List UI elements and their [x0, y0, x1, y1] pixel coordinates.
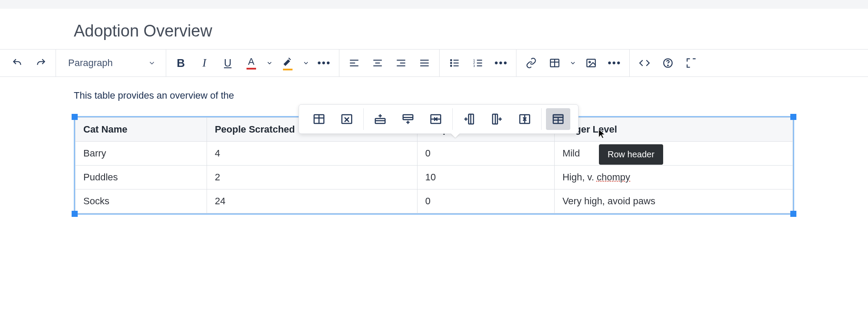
align-justify-button[interactable] [415, 53, 434, 73]
app-top-bar [0, 0, 868, 9]
insert-group: ••• [516, 50, 630, 76]
insert-row-above-button[interactable] [368, 108, 392, 130]
ft-group-cols [453, 108, 542, 130]
row-header-button[interactable] [546, 108, 570, 130]
table-properties-button[interactable] [307, 108, 331, 130]
bold-icon: B [177, 56, 185, 70]
svg-point-16 [450, 65, 452, 66]
fullscreen-button[interactable] [682, 53, 701, 73]
text-color-button[interactable]: A [242, 53, 261, 73]
delete-col-button[interactable] [513, 108, 537, 130]
cell[interactable]: 10 [417, 166, 554, 189]
insert-row-below-button[interactable] [396, 108, 420, 130]
format-group: B I U A ••• [166, 50, 339, 76]
body-paragraph[interactable]: This table provides an overview of the [74, 90, 794, 101]
more-format-button[interactable]: ••• [315, 53, 334, 73]
resize-handle-bottom-left[interactable] [72, 211, 78, 217]
paragraph-style-select[interactable]: Paragraph [61, 57, 161, 69]
misc-group [630, 50, 706, 76]
ft-group-table [302, 108, 364, 130]
text-color-chevron[interactable] [265, 60, 274, 66]
highlight-icon [282, 56, 293, 70]
delete-table-button[interactable] [335, 108, 359, 130]
list-group: 123 ••• [440, 50, 516, 76]
align-left-button[interactable] [345, 53, 364, 73]
table-context-toolbar [299, 104, 579, 134]
resize-handle-bottom-right[interactable] [790, 211, 796, 217]
table-chevron[interactable] [569, 60, 577, 66]
text-color-icon: A [247, 57, 256, 70]
history-group [3, 50, 56, 76]
spellcheck-word: chompy [597, 172, 630, 183]
table-body: Barry 4 0 Mild Puddles 2 10 High, v. cho… [76, 142, 793, 213]
numbered-list-button[interactable]: 123 [468, 53, 487, 73]
insert-col-right-button[interactable] [485, 108, 509, 130]
table-row: Barry 4 0 Mild [76, 142, 793, 166]
bold-button[interactable]: B [171, 53, 191, 73]
italic-icon: I [202, 56, 206, 70]
chevron-down-icon [148, 59, 156, 67]
more-insert-button[interactable]: ••• [605, 53, 624, 73]
highlight-button[interactable] [278, 53, 297, 73]
help-button[interactable] [658, 53, 677, 73]
svg-point-12 [450, 60, 452, 61]
redo-button[interactable] [31, 53, 50, 73]
insert-col-left-button[interactable] [457, 108, 481, 130]
align-group [339, 50, 440, 76]
title-area: Adoption Overview [0, 9, 868, 49]
cell[interactable]: 2 [207, 166, 417, 189]
svg-text:3: 3 [473, 64, 475, 68]
tooltip: Row header [599, 144, 663, 165]
underline-button[interactable]: U [218, 53, 237, 73]
col-header-anger-level[interactable]: Anger Level [554, 118, 792, 142]
table-button[interactable] [545, 53, 564, 73]
table-row: Puddles 2 10 High, v. chompy [76, 166, 793, 189]
cell[interactable]: Very high, avoid paws [554, 189, 792, 213]
source-code-button[interactable] [635, 53, 654, 73]
cell[interactable]: Puddles [76, 166, 207, 189]
cell[interactable]: Socks [76, 189, 207, 213]
link-button[interactable] [522, 53, 541, 73]
cell[interactable]: Mild [554, 142, 792, 166]
ft-group-rows [364, 108, 453, 130]
svg-point-14 [450, 63, 452, 64]
cell[interactable]: 0 [417, 189, 554, 213]
svg-point-28 [589, 61, 590, 63]
style-group: Paragraph [56, 50, 166, 76]
paragraph-style-label: Paragraph [68, 57, 113, 69]
cell-text: High, v. [562, 172, 597, 183]
bullet-list-button[interactable] [445, 53, 464, 73]
resize-handle-top-left[interactable] [72, 114, 78, 120]
table-row: Socks 24 0 Very high, avoid paws [76, 189, 793, 213]
ft-group-header [542, 108, 575, 130]
cell[interactable]: High, v. chompy [554, 166, 792, 189]
underline-icon: U [224, 57, 231, 69]
delete-row-button[interactable] [424, 108, 448, 130]
cell[interactable]: 0 [417, 142, 554, 166]
col-header-cat-name[interactable]: Cat Name [76, 118, 207, 142]
page-title[interactable]: Adoption Overview [74, 22, 794, 40]
align-center-button[interactable] [368, 53, 387, 73]
cell[interactable]: 24 [207, 189, 417, 213]
cell[interactable]: Barry [76, 142, 207, 166]
highlight-chevron[interactable] [302, 60, 310, 66]
editor-content[interactable]: This table provides an overview of the C… [0, 77, 868, 228]
image-button[interactable] [582, 53, 601, 73]
svg-point-30 [667, 65, 668, 66]
align-right-button[interactable] [391, 53, 411, 73]
italic-button[interactable]: I [195, 53, 214, 73]
editor-toolbar: Paragraph B I U A ••• [0, 49, 868, 77]
undo-button[interactable] [8, 53, 27, 73]
cell[interactable]: 4 [207, 142, 417, 166]
resize-handle-top-right[interactable] [790, 114, 796, 120]
more-list-button[interactable]: ••• [492, 53, 511, 73]
